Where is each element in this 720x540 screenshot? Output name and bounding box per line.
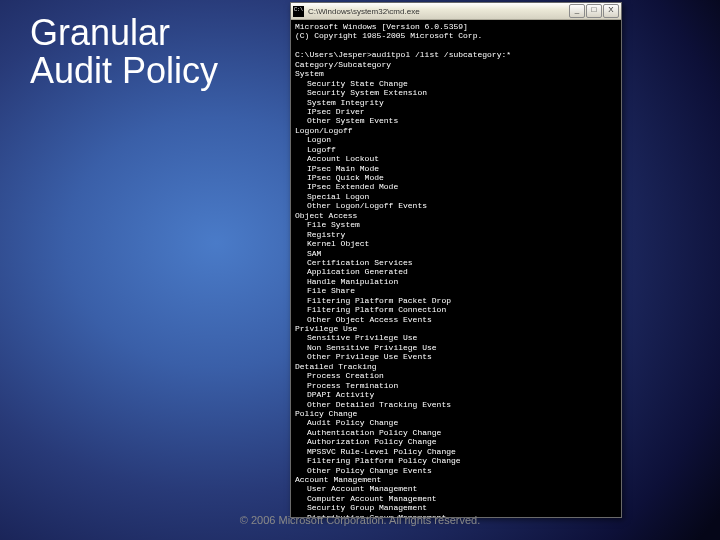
subcategory-line: System Integrity (295, 98, 617, 107)
subcategory-line: Process Creation (295, 371, 617, 380)
subcategory-line: IPsec Driver (295, 107, 617, 116)
subcategory-line: Sensitive Privilege Use (295, 333, 617, 342)
category-line: Privilege Use (295, 324, 617, 333)
close-button[interactable]: X (603, 4, 619, 18)
subcategory-line: Audit Policy Change (295, 418, 617, 427)
subcategory-line: Other Privilege Use Events (295, 352, 617, 361)
subcategory-line: Other System Events (295, 116, 617, 125)
subcategory-line: SAM (295, 249, 617, 258)
subcategory-line: Authentication Policy Change (295, 428, 617, 437)
subcategory-line: Certification Services (295, 258, 617, 267)
subcategory-line: IPsec Extended Mode (295, 182, 617, 191)
subcategory-line: Handle Manipulation (295, 277, 617, 286)
subcategory-line: Other Object Access Events (295, 315, 617, 324)
subcategory-line: Security State Change (295, 79, 617, 88)
subcategory-line: Computer Account Management (295, 494, 617, 503)
subcategory-line: IPsec Quick Mode (295, 173, 617, 182)
category-line: Detailed Tracking (295, 362, 617, 371)
title-line-2: Audit Policy (30, 50, 218, 91)
category-line: System (295, 69, 617, 78)
subcategory-line: Account Lockout (295, 154, 617, 163)
window-title: C:\Windows\system32\cmd.exe (308, 7, 569, 16)
subcategory-line: Authorization Policy Change (295, 437, 617, 446)
subcategory-line: Security System Extension (295, 88, 617, 97)
category-line: Account Management (295, 475, 617, 484)
titlebar[interactable]: C:\Windows\system32\cmd.exe _ □ X (291, 3, 621, 20)
subcategory-line: Filtering Platform Connection (295, 305, 617, 314)
subcategory-line: File Share (295, 286, 617, 295)
cmd-window: C:\Windows\system32\cmd.exe _ □ X Micros… (290, 2, 622, 518)
subcategory-line: Filtering Platform Policy Change (295, 456, 617, 465)
terminal-output[interactable]: Microsoft Windows [Version 6.0.5359] (C)… (291, 20, 621, 517)
category-line: Object Access (295, 211, 617, 220)
subcategory-line: Security Group Management (295, 503, 617, 512)
copyright-footer: © 2006 Microsoft Corporation. All rights… (0, 514, 720, 526)
maximize-button[interactable]: □ (586, 4, 602, 18)
subcategory-line: Other Logon/Logoff Events (295, 201, 617, 210)
subcategory-line: Logoff (295, 145, 617, 154)
subcategory-line: Application Generated (295, 267, 617, 276)
subcategory-line: Registry (295, 230, 617, 239)
subcategory-line: Filtering Platform Packet Drop (295, 296, 617, 305)
subcategory-line: MPSSVC Rule-Level Policy Change (295, 447, 617, 456)
subcategory-line: Non Sensitive Privilege Use (295, 343, 617, 352)
subcategory-line: Logon (295, 135, 617, 144)
subcategory-line: Kernel Object (295, 239, 617, 248)
slide: Granular Audit Policy C:\Windows\system3… (0, 0, 720, 540)
subcategory-line: DPAPI Activity (295, 390, 617, 399)
category-line: Policy Change (295, 409, 617, 418)
subcategory-line: File System (295, 220, 617, 229)
subcategory-line: Special Logon (295, 192, 617, 201)
slide-title: Granular Audit Policy (30, 14, 218, 90)
subcategory-line: IPsec Main Mode (295, 164, 617, 173)
subcategory-line: Other Detailed Tracking Events (295, 400, 617, 409)
category-line: Logon/Logoff (295, 126, 617, 135)
cmd-icon (293, 6, 304, 17)
subcategory-line: Process Termination (295, 381, 617, 390)
window-buttons: _ □ X (569, 4, 619, 18)
title-line-1: Granular (30, 12, 170, 53)
subcategory-line: Other Policy Change Events (295, 466, 617, 475)
minimize-button[interactable]: _ (569, 4, 585, 18)
subcategory-line: User Account Management (295, 484, 617, 493)
